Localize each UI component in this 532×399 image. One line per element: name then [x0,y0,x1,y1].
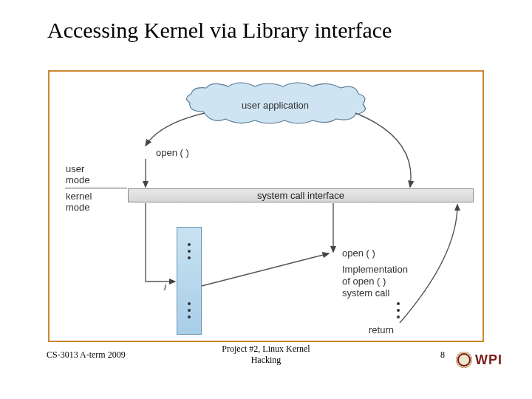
wpi-logo-text: WPI [475,352,502,368]
open-call-top: open ( ) [156,147,189,158]
slide-title: Accessing Kernel via Library interface [47,18,392,43]
sci-label: system call interface [257,190,344,201]
wpi-logo: WPI [456,352,502,368]
dots-return [397,302,400,318]
diagram-frame: user application open ( ) user mode kern… [48,70,484,342]
page-number: 8 [440,349,445,361]
open-call-bottom: open ( ) [342,248,375,259]
return-label: return [369,324,394,335]
cloud-label: user application [242,100,309,111]
system-call-interface-box: system call interface [128,188,474,202]
index-label: i [164,282,166,293]
footer-title: Project #2, Linux Kernel Hacking [0,344,532,366]
mode-divider [65,188,127,188]
wpi-seal-icon [456,352,472,368]
dots-lower [188,302,191,318]
kernel-mode-label: kernel mode [66,191,92,213]
dots-upper [188,243,191,259]
diagram: user application open ( ) user mode kern… [50,72,482,341]
user-mode-label: user mode [66,163,90,185]
slide: Accessing Kernel via Library interface u… [0,0,532,399]
implementation-label: Implementation of open ( ) system call [342,264,408,299]
